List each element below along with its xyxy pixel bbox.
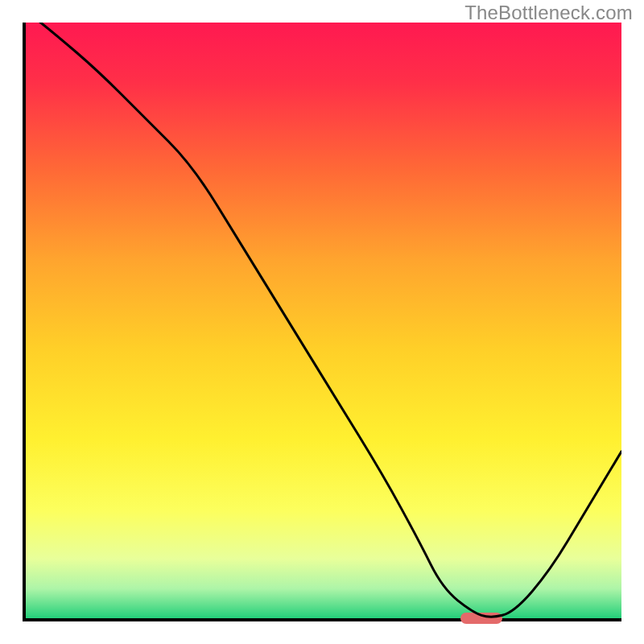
chart-container: TheBottleneck.com [0,0,644,644]
bottleneck-curve [26,23,621,618]
plot-area [23,23,621,621]
watermark-text: TheBottleneck.com [464,2,633,24]
